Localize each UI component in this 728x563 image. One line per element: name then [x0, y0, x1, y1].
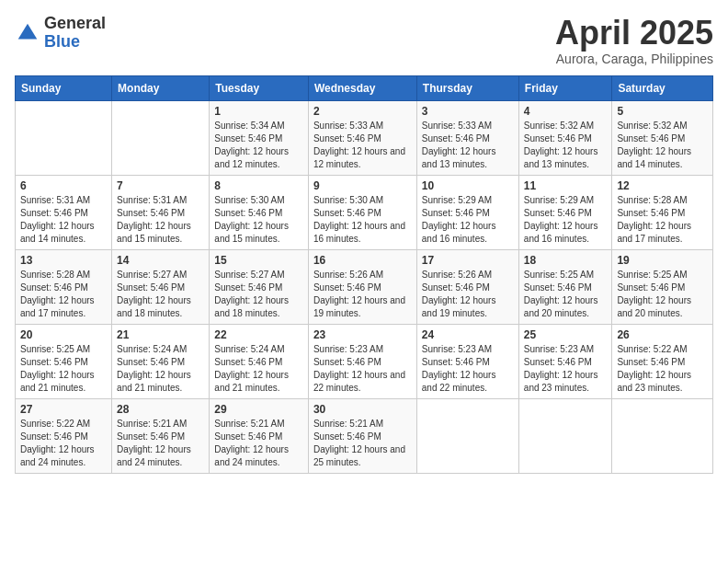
day-info: Sunrise: 5:28 AM Sunset: 5:46 PM Dayligh…: [617, 194, 708, 246]
calendar-title: April 2025: [555, 15, 713, 52]
day-info: Sunrise: 5:22 AM Sunset: 5:46 PM Dayligh…: [20, 418, 107, 469]
day-info: Sunrise: 5:24 AM Sunset: 5:46 PM Dayligh…: [214, 343, 303, 395]
day-info: Sunrise: 5:26 AM Sunset: 5:46 PM Dayligh…: [313, 269, 412, 320]
day-info: Sunrise: 5:27 AM Sunset: 5:46 PM Dayligh…: [117, 269, 204, 320]
day-number: 24: [422, 328, 514, 341]
day-number: 12: [617, 179, 708, 192]
day-number: 16: [313, 254, 412, 267]
calendar-table: SundayMondayTuesdayWednesdayThursdayFrid…: [15, 75, 713, 474]
day-number: 4: [524, 105, 608, 118]
calendar-header-row: SundayMondayTuesdayWednesdayThursdayFrid…: [16, 75, 713, 100]
day-of-week-header: Wednesday: [308, 75, 416, 100]
day-number: 17: [422, 254, 514, 267]
day-of-week-header: Thursday: [416, 75, 518, 100]
calendar-day-cell: 14Sunrise: 5:27 AM Sunset: 5:46 PM Dayli…: [112, 249, 210, 324]
day-number: 3: [422, 105, 514, 118]
day-info: Sunrise: 5:31 AM Sunset: 5:46 PM Dayligh…: [117, 194, 204, 246]
calendar-day-cell: 13Sunrise: 5:28 AM Sunset: 5:46 PM Dayli…: [16, 249, 112, 324]
day-number: 22: [214, 328, 303, 341]
logo-general: General: [44, 15, 106, 33]
day-info: Sunrise: 5:29 AM Sunset: 5:46 PM Dayligh…: [524, 194, 608, 246]
day-number: 26: [617, 328, 708, 341]
day-info: Sunrise: 5:23 AM Sunset: 5:46 PM Dayligh…: [422, 343, 514, 395]
logo: General Blue: [15, 15, 106, 52]
calendar-day-cell: 19Sunrise: 5:25 AM Sunset: 5:46 PM Dayli…: [612, 249, 713, 324]
calendar-day-cell: 21Sunrise: 5:24 AM Sunset: 5:46 PM Dayli…: [112, 324, 210, 398]
calendar-day-cell: [518, 398, 612, 473]
logo-blue: Blue: [44, 33, 106, 52]
calendar-day-cell: 10Sunrise: 5:29 AM Sunset: 5:46 PM Dayli…: [416, 175, 518, 249]
day-number: 18: [524, 254, 608, 267]
calendar-day-cell: [416, 398, 518, 473]
day-info: Sunrise: 5:30 AM Sunset: 5:46 PM Dayligh…: [214, 194, 303, 246]
day-number: 13: [20, 254, 107, 267]
day-number: 27: [20, 403, 107, 416]
day-info: Sunrise: 5:34 AM Sunset: 5:46 PM Dayligh…: [214, 120, 303, 171]
logo-icon: [15, 20, 40, 46]
day-number: 29: [214, 403, 303, 416]
calendar-day-cell: 9Sunrise: 5:30 AM Sunset: 5:46 PM Daylig…: [308, 175, 416, 249]
day-info: Sunrise: 5:25 AM Sunset: 5:46 PM Dayligh…: [617, 269, 708, 320]
day-number: 9: [313, 179, 412, 192]
day-number: 14: [117, 254, 204, 267]
day-number: 20: [20, 328, 107, 341]
day-info: Sunrise: 5:21 AM Sunset: 5:46 PM Dayligh…: [117, 418, 204, 469]
day-number: 6: [20, 179, 107, 192]
day-info: Sunrise: 5:28 AM Sunset: 5:46 PM Dayligh…: [20, 269, 107, 320]
day-of-week-header: Sunday: [16, 75, 112, 100]
calendar-day-cell: 23Sunrise: 5:23 AM Sunset: 5:46 PM Dayli…: [308, 324, 416, 398]
calendar-subtitle: Aurora, Caraga, Philippines: [555, 52, 713, 66]
title-area: April 2025 Aurora, Caraga, Philippines: [555, 15, 713, 66]
day-number: 5: [617, 105, 708, 118]
day-info: Sunrise: 5:31 AM Sunset: 5:46 PM Dayligh…: [20, 194, 107, 246]
calendar-day-cell: 4Sunrise: 5:32 AM Sunset: 5:46 PM Daylig…: [518, 100, 612, 175]
header: General Blue April 2025 Aurora, Caraga, …: [15, 15, 713, 66]
day-number: 11: [524, 179, 608, 192]
calendar-week-row: 27Sunrise: 5:22 AM Sunset: 5:46 PM Dayli…: [16, 398, 713, 473]
calendar-day-cell: 29Sunrise: 5:21 AM Sunset: 5:46 PM Dayli…: [210, 398, 309, 473]
calendar-day-cell: 7Sunrise: 5:31 AM Sunset: 5:46 PM Daylig…: [112, 175, 210, 249]
day-info: Sunrise: 5:33 AM Sunset: 5:46 PM Dayligh…: [422, 120, 514, 171]
day-info: Sunrise: 5:21 AM Sunset: 5:46 PM Dayligh…: [313, 418, 412, 469]
calendar-day-cell: [16, 100, 112, 175]
day-number: 23: [313, 328, 412, 341]
day-info: Sunrise: 5:32 AM Sunset: 5:46 PM Dayligh…: [524, 120, 608, 171]
day-info: Sunrise: 5:30 AM Sunset: 5:46 PM Dayligh…: [313, 194, 412, 246]
day-number: 8: [214, 179, 303, 192]
calendar-day-cell: 27Sunrise: 5:22 AM Sunset: 5:46 PM Dayli…: [16, 398, 112, 473]
day-info: Sunrise: 5:22 AM Sunset: 5:46 PM Dayligh…: [617, 343, 708, 395]
day-info: Sunrise: 5:25 AM Sunset: 5:46 PM Dayligh…: [20, 343, 107, 395]
calendar-day-cell: [612, 398, 713, 473]
calendar-day-cell: 3Sunrise: 5:33 AM Sunset: 5:46 PM Daylig…: [416, 100, 518, 175]
calendar-day-cell: [112, 100, 210, 175]
day-number: 15: [214, 254, 303, 267]
day-info: Sunrise: 5:29 AM Sunset: 5:46 PM Dayligh…: [422, 194, 514, 246]
calendar-week-row: 20Sunrise: 5:25 AM Sunset: 5:46 PM Dayli…: [16, 324, 713, 398]
calendar-day-cell: 17Sunrise: 5:26 AM Sunset: 5:46 PM Dayli…: [416, 249, 518, 324]
calendar-day-cell: 12Sunrise: 5:28 AM Sunset: 5:46 PM Dayli…: [612, 175, 713, 249]
day-number: 7: [117, 179, 204, 192]
calendar-week-row: 13Sunrise: 5:28 AM Sunset: 5:46 PM Dayli…: [16, 249, 713, 324]
calendar-day-cell: 22Sunrise: 5:24 AM Sunset: 5:46 PM Dayli…: [210, 324, 309, 398]
calendar-day-cell: 28Sunrise: 5:21 AM Sunset: 5:46 PM Dayli…: [112, 398, 210, 473]
calendar-day-cell: 11Sunrise: 5:29 AM Sunset: 5:46 PM Dayli…: [518, 175, 612, 249]
day-number: 28: [117, 403, 204, 416]
day-info: Sunrise: 5:23 AM Sunset: 5:46 PM Dayligh…: [313, 343, 412, 395]
day-info: Sunrise: 5:32 AM Sunset: 5:46 PM Dayligh…: [617, 120, 708, 171]
calendar-week-row: 6Sunrise: 5:31 AM Sunset: 5:46 PM Daylig…: [16, 175, 713, 249]
day-info: Sunrise: 5:25 AM Sunset: 5:46 PM Dayligh…: [524, 269, 608, 320]
calendar-day-cell: 8Sunrise: 5:30 AM Sunset: 5:46 PM Daylig…: [210, 175, 309, 249]
day-info: Sunrise: 5:23 AM Sunset: 5:46 PM Dayligh…: [524, 343, 608, 395]
calendar-day-cell: 30Sunrise: 5:21 AM Sunset: 5:46 PM Dayli…: [308, 398, 416, 473]
day-of-week-header: Tuesday: [210, 75, 309, 100]
day-number: 30: [313, 403, 412, 416]
calendar-week-row: 1Sunrise: 5:34 AM Sunset: 5:46 PM Daylig…: [16, 100, 713, 175]
calendar-day-cell: 15Sunrise: 5:27 AM Sunset: 5:46 PM Dayli…: [210, 249, 309, 324]
day-info: Sunrise: 5:21 AM Sunset: 5:46 PM Dayligh…: [214, 418, 303, 469]
day-of-week-header: Monday: [112, 75, 210, 100]
calendar-day-cell: 24Sunrise: 5:23 AM Sunset: 5:46 PM Dayli…: [416, 324, 518, 398]
calendar-day-cell: 6Sunrise: 5:31 AM Sunset: 5:46 PM Daylig…: [16, 175, 112, 249]
calendar-day-cell: 20Sunrise: 5:25 AM Sunset: 5:46 PM Dayli…: [16, 324, 112, 398]
calendar-day-cell: 25Sunrise: 5:23 AM Sunset: 5:46 PM Dayli…: [518, 324, 612, 398]
calendar-day-cell: 1Sunrise: 5:34 AM Sunset: 5:46 PM Daylig…: [210, 100, 309, 175]
